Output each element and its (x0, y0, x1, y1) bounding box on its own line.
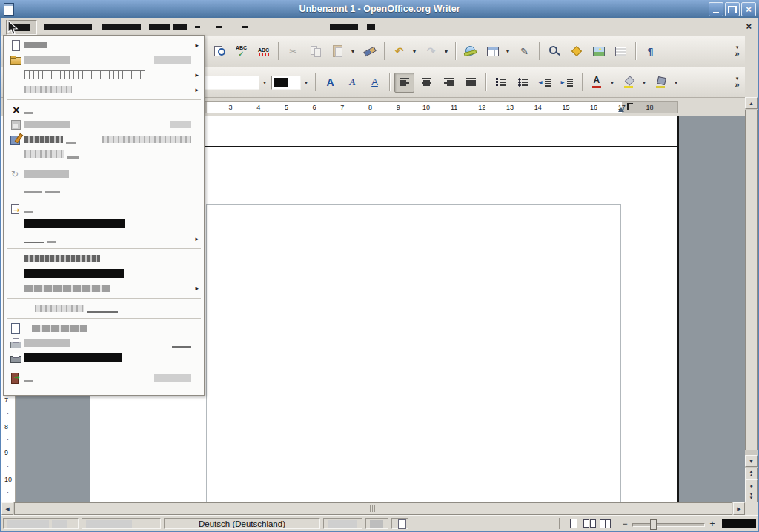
background-color-dropdown-button[interactable]: ▾ (672, 73, 680, 91)
navigation-button[interactable]: ● (745, 479, 758, 491)
statusbar-selection-mode[interactable] (365, 518, 388, 529)
book-view-button[interactable] (597, 517, 612, 530)
vertical-scroll-thumb[interactable] (745, 110, 758, 450)
menu-item-versions[interactable] (4, 182, 203, 196)
menu-tools[interactable] (213, 20, 225, 33)
hyperlink-button[interactable] (460, 41, 480, 61)
underline-button[interactable] (365, 73, 385, 93)
indent-increase-button[interactable] (557, 73, 577, 93)
statusbar-insert-mode[interactable] (323, 518, 362, 529)
close-document-button[interactable]: × (746, 21, 752, 32)
align-left-button[interactable] (394, 73, 414, 93)
combo-font-size[interactable] (271, 76, 301, 90)
page-preview-button[interactable] (209, 41, 229, 61)
menu-item-save-all[interactable] (4, 147, 203, 162)
gallery-button[interactable] (589, 41, 609, 61)
menu-edit[interactable] (41, 20, 96, 33)
multi-page-view-button[interactable] (582, 517, 597, 530)
undo-dropdown-button[interactable]: ▾ (410, 42, 419, 60)
menu-item-new[interactable]: ▸ (4, 38, 203, 53)
previous-page-button[interactable]: ▲▲ (745, 468, 758, 479)
data-sources-button[interactable] (611, 41, 631, 61)
draw-functions-button[interactable] (514, 41, 534, 61)
numbering-button[interactable] (491, 73, 511, 93)
scroll-left-button[interactable]: ◀ (1, 502, 13, 515)
formatting-marks-button[interactable] (640, 41, 660, 61)
menu-item-wizards[interactable]: ▸ (4, 82, 203, 97)
paintbrush-button[interactable] (359, 41, 380, 61)
statusbar-page-style[interactable] (82, 518, 161, 529)
zoom-track[interactable] (632, 517, 705, 530)
menu-item-save-as[interactable] (4, 132, 203, 147)
spelling-button[interactable] (231, 41, 251, 61)
scroll-up-button[interactable]: ▲ (745, 97, 758, 109)
copy-button[interactable] (305, 41, 325, 61)
menu-format[interactable] (170, 20, 190, 33)
right-indent-marker[interactable] (618, 107, 624, 112)
navigator-button[interactable] (566, 41, 586, 61)
scroll-down-button[interactable]: ▼ (745, 455, 758, 467)
redo-button[interactable] (421, 41, 441, 61)
align-right-button[interactable] (439, 73, 459, 93)
menu-item-recent-documents[interactable]: ▸ (4, 67, 203, 82)
menu-item-reload[interactable] (4, 167, 203, 182)
menu-item-properties[interactable] (4, 251, 203, 266)
horizontal-scroll-thumb[interactable] (14, 502, 732, 515)
bullets-button[interactable] (513, 73, 533, 93)
menu-item-page-preview[interactable] (4, 321, 203, 336)
menu-item-print[interactable] (4, 336, 203, 350)
next-page-button[interactable]: ▼▼ (745, 491, 758, 502)
italic-button[interactable] (342, 73, 362, 93)
menu-table[interactable] (191, 20, 204, 33)
menu-window[interactable] (239, 20, 251, 33)
maximize-button[interactable] (725, 2, 740, 16)
zoom-thumb[interactable] (650, 519, 657, 530)
zoom-out-button[interactable]: − (621, 519, 629, 529)
minimize-button[interactable] (709, 2, 723, 16)
menu-view[interactable] (99, 20, 145, 33)
statusbar-language[interactable]: Deutsch (Deutschland) (164, 518, 320, 529)
zoom-slider[interactable]: − + (621, 517, 716, 530)
menu-extra[interactable] (363, 20, 379, 33)
background-color-button[interactable] (651, 73, 671, 93)
align-center-button[interactable] (417, 73, 437, 93)
menu-item-save[interactable] (4, 117, 203, 132)
titlebar[interactable]: Unbenannt 1 - OpenOffice.org Writer × (0, 0, 759, 18)
menu-item-printer-settings[interactable] (4, 350, 203, 365)
menu-item-export-pdf[interactable] (4, 216, 203, 231)
formatting-toolbar-overflow-button[interactable]: ▾» (732, 76, 743, 89)
close-button[interactable]: × (741, 2, 756, 16)
menu-item-close[interactable] (4, 102, 203, 117)
font-color-dropdown-button[interactable]: ▾ (608, 73, 617, 91)
combo-font-name-dropdown-button[interactable]: ▾ (260, 73, 269, 91)
menu-item-digital-signatures[interactable] (4, 266, 203, 281)
menu-item-send[interactable]: ▸ (4, 231, 203, 246)
cut-button[interactable] (283, 41, 303, 61)
undo-button[interactable] (389, 41, 409, 61)
auto-spellcheck-button[interactable] (253, 41, 274, 61)
vertical-scrollbar[interactable]: ▲ ▼ ▲▲ ● ▼▼ (745, 97, 758, 502)
single-page-view-button[interactable] (566, 517, 581, 530)
statusbar-document-modified[interactable] (391, 518, 408, 529)
statusbar-page-info[interactable] (3, 518, 79, 529)
indent-decrease-button[interactable] (535, 73, 555, 93)
paste-button[interactable] (328, 41, 348, 61)
zoom-value-block[interactable] (722, 519, 756, 528)
zoom-in-button[interactable]: + (709, 519, 716, 529)
standard-toolbar-overflow-button[interactable]: ▾» (732, 44, 743, 58)
highlighting-button[interactable] (619, 73, 639, 93)
scroll-right-button[interactable]: ▶ (733, 502, 745, 515)
bold-button[interactable] (320, 73, 340, 93)
align-justify-button[interactable] (461, 73, 481, 93)
menu-item-exit[interactable] (4, 370, 203, 385)
menu-item-templates[interactable]: ▸ (4, 281, 203, 296)
table-button[interactable] (483, 41, 503, 61)
horizontal-scrollbar[interactable]: ◀ ▶ (1, 502, 745, 515)
highlighting-dropdown-button[interactable]: ▾ (640, 73, 649, 91)
table-dropdown-button[interactable]: ▾ (503, 42, 512, 60)
menu-item-preview-in-web-browser[interactable] (4, 301, 203, 316)
find-replace-button[interactable] (544, 41, 564, 61)
menu-item-export[interactable] (4, 202, 203, 216)
menu-help[interactable] (326, 20, 362, 33)
paste-dropdown-button[interactable]: ▾ (348, 42, 357, 60)
